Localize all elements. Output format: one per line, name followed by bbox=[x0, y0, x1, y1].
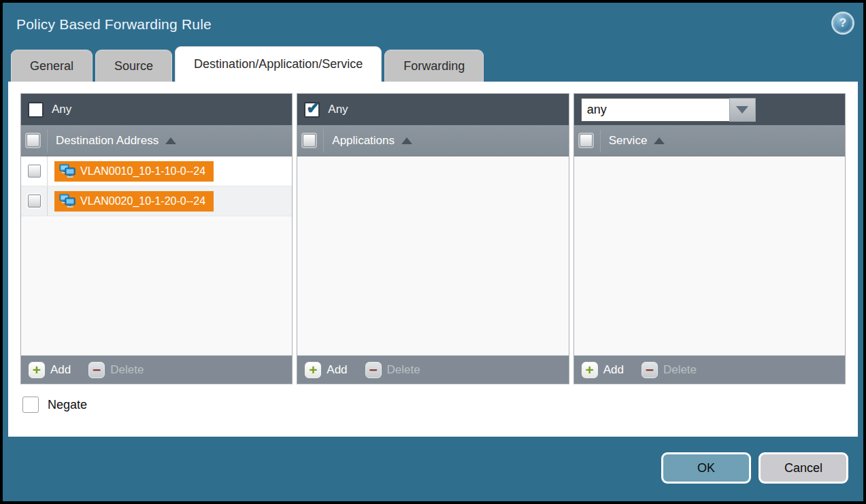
tab-content: Any Destination Address bbox=[8, 82, 858, 437]
add-label: Add bbox=[327, 363, 347, 377]
address-row[interactable]: VLAN0010_10-1-10-0--24 bbox=[21, 156, 292, 186]
service-dropdown bbox=[581, 98, 756, 122]
help-icon[interactable]: ? bbox=[833, 14, 852, 33]
destination-address-footer: + Add − Delete bbox=[21, 355, 292, 384]
plus-icon: + bbox=[29, 362, 45, 378]
plus-icon: + bbox=[582, 362, 598, 378]
destination-select-all-checkbox[interactable] bbox=[27, 134, 39, 147]
add-label: Add bbox=[50, 363, 71, 377]
network-computers-icon bbox=[59, 194, 76, 208]
applications-list bbox=[297, 156, 568, 355]
negate-row: Negate bbox=[22, 397, 846, 413]
tab-destination-application-service[interactable]: Destination/Application/Service bbox=[175, 46, 382, 82]
tab-destination-application-service-label: Destination/Application/Service bbox=[194, 57, 363, 71]
cancel-button[interactable]: Cancel bbox=[759, 452, 848, 484]
service-dropdown-input[interactable] bbox=[581, 98, 729, 122]
service-add-button[interactable]: + Add bbox=[582, 362, 624, 378]
applications-any-label: Any bbox=[328, 103, 348, 116]
applications-any-checkbox[interactable] bbox=[304, 102, 320, 118]
destination-add-button[interactable]: + Add bbox=[29, 362, 71, 378]
destination-address-header-label: Destination Address bbox=[56, 134, 159, 148]
service-list bbox=[574, 156, 845, 355]
ok-button[interactable]: OK bbox=[661, 452, 751, 484]
tab-source[interactable]: Source bbox=[95, 50, 172, 82]
dialog-titlebar: Policy Based Forwarding Rule ? bbox=[3, 3, 863, 46]
tab-forwarding[interactable]: Forwarding bbox=[384, 50, 484, 82]
delete-label: Delete bbox=[387, 363, 420, 377]
row-checkbox-cell bbox=[21, 186, 48, 216]
network-computers-icon bbox=[59, 164, 76, 178]
row-content: VLAN0010_10-1-10-0--24 bbox=[48, 156, 214, 186]
chevron-down-icon bbox=[736, 106, 748, 114]
row-content: VLAN0020_10-1-20-0--24 bbox=[48, 186, 214, 216]
negate-checkbox[interactable] bbox=[22, 397, 39, 413]
header-separator bbox=[600, 129, 601, 152]
service-dropdown-button[interactable] bbox=[729, 98, 756, 122]
applications-panel: Any Applications + Add bbox=[297, 93, 569, 384]
applications-any-bar: Any bbox=[297, 94, 568, 125]
destination-any-checkbox[interactable] bbox=[28, 102, 44, 118]
plus-icon: + bbox=[305, 362, 321, 378]
tab-general-label: General bbox=[30, 59, 73, 73]
tab-forwarding-label: Forwarding bbox=[403, 59, 465, 73]
tab-bar: General Source Destination/Application/S… bbox=[3, 46, 863, 82]
address-object-chip[interactable]: VLAN0010_10-1-10-0--24 bbox=[54, 161, 214, 182]
dialog-action-bar: OK Cancel bbox=[661, 452, 848, 484]
address-object-name: VLAN0010_10-1-10-0--24 bbox=[80, 165, 205, 178]
screen: Policy Based Forwarding Rule ? General S… bbox=[0, 0, 866, 504]
row-checkbox[interactable] bbox=[28, 165, 41, 178]
destination-delete-button[interactable]: − Delete bbox=[88, 362, 144, 378]
minus-icon: − bbox=[88, 362, 105, 378]
service-select-all-checkbox[interactable] bbox=[580, 134, 593, 147]
applications-header-label: Applications bbox=[332, 134, 395, 148]
header-separator bbox=[47, 129, 48, 152]
applications-delete-button[interactable]: − Delete bbox=[365, 362, 420, 378]
service-delete-button[interactable]: − Delete bbox=[642, 362, 697, 378]
delete-label: Delete bbox=[110, 363, 144, 377]
applications-footer: + Add − Delete bbox=[297, 355, 568, 384]
minus-icon: − bbox=[642, 362, 658, 378]
service-column-header[interactable]: Service bbox=[574, 125, 845, 156]
delete-label: Delete bbox=[663, 363, 697, 377]
applications-column-header[interactable]: Applications bbox=[297, 125, 568, 156]
address-object-chip[interactable]: VLAN0020_10-1-20-0--24 bbox=[54, 191, 214, 212]
row-checkbox[interactable] bbox=[28, 195, 41, 207]
dialog-title: Policy Based Forwarding Rule bbox=[16, 16, 212, 33]
destination-any-bar: Any bbox=[21, 94, 292, 125]
sort-ascending-icon bbox=[401, 137, 412, 144]
sort-ascending-icon bbox=[654, 137, 665, 144]
destination-address-list: VLAN0010_10-1-10-0--24 bbox=[21, 156, 292, 355]
applications-select-all-checkbox[interactable] bbox=[303, 134, 316, 147]
destination-address-panel: Any Destination Address bbox=[20, 93, 293, 384]
policy-based-forwarding-dialog: Policy Based Forwarding Rule ? General S… bbox=[3, 3, 863, 501]
applications-add-button[interactable]: + Add bbox=[305, 362, 347, 378]
tab-general[interactable]: General bbox=[11, 50, 93, 82]
tab-source-label: Source bbox=[114, 59, 153, 73]
columns-container: Any Destination Address bbox=[20, 93, 846, 384]
row-checkbox-cell bbox=[21, 156, 48, 186]
destination-address-column-header[interactable]: Destination Address bbox=[21, 125, 292, 156]
service-footer: + Add − Delete bbox=[574, 355, 845, 384]
help-icon-glyph: ? bbox=[839, 16, 846, 30]
add-label: Add bbox=[603, 363, 624, 377]
negate-label: Negate bbox=[48, 398, 87, 412]
header-separator bbox=[323, 129, 324, 152]
destination-any-label: Any bbox=[52, 103, 71, 116]
sort-ascending-icon bbox=[165, 137, 176, 144]
address-object-name: VLAN0020_10-1-20-0--24 bbox=[80, 195, 205, 207]
service-dropdown-bar bbox=[574, 94, 845, 125]
minus-icon: − bbox=[365, 362, 382, 378]
address-row[interactable]: VLAN0020_10-1-20-0--24 bbox=[21, 186, 292, 216]
service-header-label: Service bbox=[609, 134, 648, 148]
service-panel: Service + Add − Delete bbox=[573, 93, 846, 384]
